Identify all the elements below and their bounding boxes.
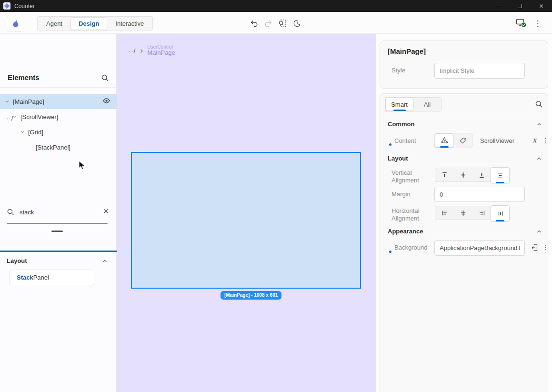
inspector-title: [MainPage] xyxy=(388,47,426,55)
zoom-fit-icon xyxy=(278,19,287,28)
artboard-mainpage[interactable] xyxy=(131,152,361,289)
align-bottom-button[interactable] xyxy=(472,168,491,181)
elements-panel: Elements [MainPage] ··/ [MainPage] [Scro… xyxy=(0,34,117,392)
align-hcenter-button[interactable] xyxy=(454,206,472,220)
chevron-down-icon[interactable] xyxy=(20,129,25,135)
more-menu-button[interactable]: ⋮ xyxy=(531,17,544,30)
main-toolbar: Agent Design Interactive xyxy=(0,12,552,34)
close-icon: ✕ xyxy=(539,3,543,9)
tree-item-stackpanel[interactable]: [StackPanel] xyxy=(0,140,117,155)
stretch-horizontal-button[interactable] xyxy=(491,205,510,221)
margin-input[interactable] xyxy=(434,187,525,202)
collapse-section-button[interactable] xyxy=(101,258,108,266)
align-right-button[interactable] xyxy=(472,206,491,220)
search-icon xyxy=(7,208,15,216)
chevron-down-icon[interactable] xyxy=(12,114,18,120)
visual-tree-icon xyxy=(440,136,449,145)
maximize-button[interactable] xyxy=(509,0,531,12)
divider xyxy=(384,115,545,115)
properties-card: Smart All Common Content xyxy=(380,93,548,392)
background-options-button[interactable]: ⋮ xyxy=(542,243,549,251)
content-mode-toggle xyxy=(434,133,472,148)
tree-item-label: [Grid] xyxy=(28,129,43,136)
clear-search-button[interactable] xyxy=(102,208,110,217)
section-layout: Layout xyxy=(388,155,408,162)
search-icon xyxy=(535,100,543,109)
align-vcenter-button[interactable] xyxy=(454,168,472,181)
visibility-toggle[interactable] xyxy=(102,97,110,106)
tree-item-grid[interactable]: [Grid] xyxy=(0,124,117,140)
breadcrumb-current[interactable]: UserControl MainPage xyxy=(147,44,175,56)
toolbox-item-stackpanel[interactable]: StackPanel xyxy=(10,270,94,285)
undo-icon xyxy=(250,19,259,28)
tag-icon xyxy=(459,137,467,145)
tab-design[interactable]: Design xyxy=(70,17,107,30)
elements-search-button[interactable] xyxy=(101,74,110,84)
divider xyxy=(0,87,117,88)
properties-search-button[interactable] xyxy=(535,100,543,111)
style-label: Style xyxy=(391,67,405,74)
style-input[interactable] xyxy=(434,63,525,79)
chevron-up-icon xyxy=(536,121,542,128)
section-common: Common xyxy=(388,121,414,128)
breadcrumb-name: MainPage xyxy=(147,50,175,56)
content-visual-mode-button[interactable] xyxy=(435,133,453,148)
tree-item-mainpage[interactable]: [MainPage] xyxy=(0,94,117,109)
selected-indicator xyxy=(440,146,449,148)
match-text: Stack xyxy=(17,274,33,281)
margin-label: Margin xyxy=(391,191,411,198)
content-options-button[interactable]: ⋮ xyxy=(542,137,549,144)
align-top-button[interactable] xyxy=(435,168,454,181)
background-label: Background xyxy=(394,244,427,251)
background-input[interactable] xyxy=(434,240,525,256)
tab-interactive[interactable]: Interactive xyxy=(107,17,152,30)
selection-size-badge: [MainPage] - 1008 x 601 xyxy=(221,291,281,300)
results-section-title: Layout xyxy=(7,257,27,264)
maximize-icon xyxy=(518,4,522,8)
chevron-up-icon xyxy=(536,228,542,235)
kebab-menu-icon: ⋮ xyxy=(534,19,542,28)
content-tag-mode-button[interactable] xyxy=(453,133,472,148)
collapse-common-button[interactable] xyxy=(536,121,542,128)
chevron-down-icon[interactable] xyxy=(4,99,10,104)
content-value: ScrollViewer xyxy=(480,137,514,144)
clear-icon xyxy=(102,208,110,215)
breadcrumb-root[interactable]: ··/ xyxy=(129,47,136,54)
collapse-appearance-button[interactable] xyxy=(536,228,542,235)
tab-smart[interactable]: Smart xyxy=(385,98,413,111)
tree-item-label: [StackPanel] xyxy=(36,144,70,151)
minimize-button[interactable] xyxy=(488,0,509,12)
align-left-button[interactable] xyxy=(435,206,454,220)
undo-button[interactable] xyxy=(247,17,261,30)
zoom-to-fit-button[interactable] xyxy=(276,17,289,30)
window-title: Counter xyxy=(14,3,35,10)
selected-indicator xyxy=(496,220,504,221)
canvas-breadcrumb: ··/ UserControl MainPage xyxy=(129,44,175,56)
chevron-up-icon xyxy=(101,258,108,264)
tree-item-label: [ScrollViewer] xyxy=(20,113,58,121)
tree-item-scrollviewer[interactable]: [ScrollViewer] xyxy=(0,109,117,124)
toolbox-search-input[interactable] xyxy=(20,209,91,216)
xaml-binding-button[interactable]: x xyxy=(532,136,536,144)
tab-agent[interactable]: Agent xyxy=(38,17,70,30)
minimize-icon xyxy=(496,6,501,6)
vertical-alignment-label: Vertical Alignment xyxy=(391,169,421,184)
stretch-vertical-button[interactable] xyxy=(491,167,510,183)
panel-splitter-handle[interactable] xyxy=(51,231,63,232)
device-status-button[interactable] xyxy=(514,16,528,30)
search-icon xyxy=(101,74,110,82)
close-button[interactable]: ✕ xyxy=(531,0,552,12)
background-resource-button[interactable] xyxy=(531,243,539,254)
properties-panel: [MainPage] Style Smart All Common xyxy=(376,34,552,392)
redo-button[interactable] xyxy=(261,17,275,30)
align-right-icon xyxy=(478,209,486,217)
tab-all[interactable]: All xyxy=(413,98,441,111)
design-canvas[interactable]: ··/ UserControl MainPage [MainPage] - 10… xyxy=(117,34,376,392)
panel-scroll-track[interactable] xyxy=(7,223,108,224)
collapse-layout-button[interactable] xyxy=(536,155,542,162)
selected-indicator xyxy=(496,182,504,183)
property-tab-group: Smart All xyxy=(385,97,442,111)
hot-design-logo-button[interactable] xyxy=(7,15,24,32)
active-tab-indicator xyxy=(393,110,406,111)
theme-toggle-button[interactable] xyxy=(290,17,303,30)
